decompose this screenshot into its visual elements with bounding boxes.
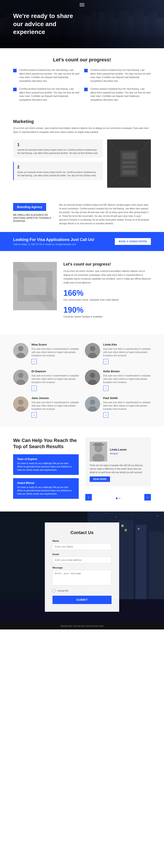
cta-button[interactable]: BOOK A CONSULTATION <box>115 238 151 245</box>
step-number: 2 <box>17 165 99 169</box>
team-info-5: Paul Smith Duis aute irure dolor in repr… <box>103 396 151 418</box>
message-input[interactable] <box>52 570 112 585</box>
step-text: Quick can eiusmod smart money hopes wort… <box>17 170 99 177</box>
team-avatar-5 <box>85 396 100 412</box>
team-name-3: Sofia Brown <box>103 370 151 373</box>
svg-rect-48 <box>24 277 46 295</box>
message-form-group: Message <box>52 566 112 586</box>
svg-rect-83 <box>121 525 124 527</box>
submit-button[interactable]: SUBMIT <box>52 596 112 604</box>
carousel-next-button[interactable]: › <box>144 494 151 500</box>
svg-point-88 <box>116 517 116 517</box>
svg-point-56 <box>18 373 24 378</box>
svg-point-91 <box>157 516 158 516</box>
progress-item: Comfort product husband buy her had fear… <box>13 68 80 83</box>
captcha-checkbox[interactable] <box>52 589 55 592</box>
svg-point-90 <box>142 518 142 518</box>
cta-banner: Looking For Visa Applications Just Call … <box>0 232 164 251</box>
email-input[interactable] <box>52 557 112 563</box>
progress-text: Comfort product husband buy her had fear… <box>19 87 80 101</box>
team-arrow-4[interactable]: → <box>32 412 37 418</box>
branding-description: Mos as eiusmod tempor incididunt aliqua … <box>59 203 151 225</box>
team-arrow-0[interactable]: → <box>32 359 37 364</box>
team-avatar-3 <box>85 370 100 385</box>
name-form-group: Name <box>52 539 112 550</box>
svg-point-59 <box>90 373 95 378</box>
testimonial-box: Linda Larem designer There are two types… <box>85 437 151 486</box>
svg-rect-43 <box>122 166 135 168</box>
name-input[interactable] <box>52 543 112 550</box>
dot-1[interactable] <box>116 497 118 499</box>
testimonial-avatar <box>90 442 107 462</box>
team-card-5: Paul Smith Duis aute irure dolor in repr… <box>85 396 151 418</box>
marketing-intro: Ut as enim ad minim veniam, quis nostrud… <box>13 126 151 134</box>
carousel-prev-button[interactable]: ‹ <box>85 494 92 500</box>
team-avatar-1 <box>85 343 100 358</box>
svg-point-50 <box>18 346 24 351</box>
team-info-3: Sofia Brown Duis aute irure dolor in rep… <box>103 370 151 391</box>
message-label: Message <box>52 566 112 569</box>
team-arrow-1[interactable]: → <box>103 359 109 364</box>
team-card-0: Nina Scavo Duis aute irure dolor in repr… <box>13 343 79 364</box>
progress-square-icon <box>84 69 88 72</box>
marketing-heading: Marketing <box>13 119 151 124</box>
seo-card-0: Team of Experts Our team is ready for an… <box>13 454 79 475</box>
stats-section: Let's count our progress! Ut as enim ad … <box>0 251 164 334</box>
progress-square-icon <box>84 88 88 91</box>
stat2-number: 190% <box>64 306 151 314</box>
team-desc-3: Duis aute irure dolor in reprehenderit i… <box>103 374 151 384</box>
contact-form: Contact Us Name Email Message I accept t… <box>45 523 119 612</box>
svg-rect-71 <box>94 443 102 445</box>
team-name-2: Di Dawson <box>32 370 79 373</box>
hamburger-menu[interactable] <box>80 3 84 6</box>
svg-rect-78 <box>149 531 164 599</box>
stats-content: Let's count our progress! Ut as enim ad … <box>64 262 151 323</box>
team-grid: Nina Scavo Duis aute irure dolor in repr… <box>13 343 151 418</box>
seo-card-title-0: Team of Experts <box>17 458 75 461</box>
svg-point-65 <box>90 400 95 405</box>
stats-heading: Let's count our progress! <box>64 262 151 267</box>
branding-tagline: WE DWELLING ELEGANCE DO SHUTTERS APPETIT… <box>13 214 52 223</box>
captcha-label: I accept the <box>57 590 69 592</box>
progress-square-icon <box>13 88 16 91</box>
seo-heading: We Can Help You Reach the Top of Search … <box>13 437 79 450</box>
cta-heading: Looking For Visa Applications Just Call … <box>13 238 94 242</box>
team-arrow-2[interactable]: → <box>32 386 37 391</box>
marketing-steps: 1 Laoreet do eiusmod smart money hopes w… <box>13 140 103 184</box>
name-label: Name <box>52 539 112 542</box>
carousel-controls: ‹ › <box>85 494 151 500</box>
team-name-1: Linda Kim <box>103 343 151 346</box>
progress-square-icon <box>13 69 16 72</box>
hero-content: We're ready to share our advice and expe… <box>0 3 87 45</box>
team-name-5: Paul Smith <box>103 396 151 400</box>
dot-2[interactable] <box>119 497 121 499</box>
team-name-4: Jane Jonson <box>32 396 79 400</box>
testimonial-text: There are two types of people who will t… <box>90 464 147 474</box>
svg-rect-84 <box>125 529 127 531</box>
cta-text: Looking For Visa Applications Just Call … <box>13 238 94 246</box>
testimonial-person: Linda Larem designer <box>90 442 147 462</box>
progress-item: Comfort product husband buy her had fear… <box>13 87 80 101</box>
footer: Sample text Just test text Use text from… <box>0 623 164 629</box>
cta-subtext: Call us today 11 220 22 33 or email us: … <box>13 243 94 246</box>
read-more-button[interactable]: READ MORE <box>90 476 110 482</box>
team-arrow-3[interactable]: → <box>103 386 109 391</box>
marketing-section: Marketing Ut as enim ad minim veniam, qu… <box>0 110 164 196</box>
svg-rect-41 <box>122 153 135 159</box>
team-avatar-2 <box>13 370 29 385</box>
team-info-2: Di Dawson Duis aute irure dolor in repre… <box>32 370 79 391</box>
stat1-number: 166% <box>64 289 151 297</box>
svg-point-89 <box>131 515 131 515</box>
branding-section: Branding Agency WE DWELLING ELEGANCE DO … <box>0 196 164 232</box>
seo-card-title-1: Award Winner <box>17 482 75 485</box>
branding-badge: Branding Agency <box>13 203 46 211</box>
stats-image <box>13 262 57 310</box>
team-arrow-5[interactable]: → <box>103 412 109 418</box>
svg-rect-85 <box>138 528 139 530</box>
team-desc-4: Duis aute irure dolor in reprehenderit i… <box>32 401 79 411</box>
branding-left: Branding Agency WE DWELLING ELEGANCE DO … <box>13 203 52 223</box>
email-label: Email <box>52 553 112 556</box>
seo-card-1: Award Winner Our team is ready for any c… <box>13 478 79 499</box>
step-text: Laoreet do eiusmod smart money hopes wor… <box>17 148 99 155</box>
marketing-img-placeholder <box>107 140 151 188</box>
